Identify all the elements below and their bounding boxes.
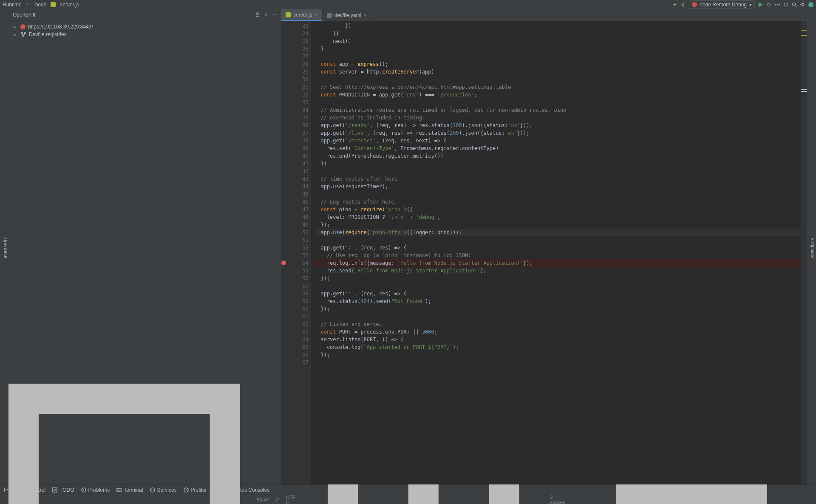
tab-devfile[interactable]: devfile.yaml × <box>323 9 371 21</box>
stripe-endpoints[interactable]: Endpoints <box>809 235 816 261</box>
status-encoding[interactable]: UTF-8 <box>286 495 297 504</box>
status-tool-icon[interactable] <box>3 379 245 504</box>
marker[interactable] <box>801 89 807 90</box>
stop-icon[interactable] <box>783 2 789 8</box>
menubar-runtime[interactable]: Runtime <box>3 2 22 8</box>
openshift-tree: ▸ https://192.168.39.229:8443/ ▸ Devfile… <box>9 20 281 41</box>
svg-point-6 <box>802 3 804 6</box>
tree-registries-row[interactable]: ▸ Devfile registries <box>14 31 277 38</box>
svg-rect-19 <box>632 500 752 504</box>
editor-body: 2324252627282930313233343536373839404142… <box>281 21 807 484</box>
js-file-icon <box>286 12 291 17</box>
svg-point-1 <box>775 4 776 5</box>
close-icon[interactable]: × <box>364 12 367 18</box>
editor-error-stripe[interactable] <box>801 21 807 484</box>
top-menubar: Runtime 〉 node server.js node Remote Deb… <box>0 0 816 9</box>
cluster-icon <box>20 24 26 29</box>
gear-icon[interactable] <box>800 2 806 8</box>
toolwin-settings-icon[interactable] <box>263 12 269 18</box>
tab-server-js[interactable]: server.js × <box>281 9 323 21</box>
warning-marker[interactable] <box>801 30 807 31</box>
menubar-file[interactable]: server.js <box>60 2 79 8</box>
line-number-gutter[interactable]: 2324252627282930313233343536373839404142… <box>289 21 311 484</box>
tree-cluster-row[interactable]: ▸ https://192.168.39.229:8443/ <box>14 23 277 31</box>
menubar-project[interactable]: node <box>35 2 47 8</box>
svg-point-8 <box>265 14 267 16</box>
add-config-icon[interactable] <box>672 2 678 8</box>
svg-point-0 <box>768 3 771 6</box>
build-icon[interactable] <box>680 2 686 8</box>
toolwin-header: OpenShift <box>9 9 281 20</box>
debug-icon[interactable] <box>766 2 772 8</box>
chevron-right-icon: ▸ <box>14 24 18 30</box>
svg-rect-4 <box>785 3 788 6</box>
avatar[interactable] <box>808 2 813 7</box>
tab-label: server.js <box>293 12 312 18</box>
menubar-right-cluster: node Remote Debug ▾ <box>672 0 813 9</box>
editor-area: server.js × devfile.yaml × 2324252627282… <box>281 9 807 484</box>
more-run-icon[interactable] <box>774 2 780 8</box>
status-caret[interactable]: 50:47 <box>257 497 269 502</box>
toolwin-title: OpenShift <box>13 12 252 18</box>
search-icon[interactable] <box>791 2 797 8</box>
registries-label: Devfile registries <box>29 31 67 37</box>
run-config-selector[interactable]: node Remote Debug ▾ <box>689 0 755 9</box>
svg-point-9 <box>21 32 23 34</box>
run-icon[interactable] <box>757 2 763 8</box>
toolwin-user-icon[interactable] <box>255 12 261 18</box>
status-indent[interactable]: 2 spaces <box>550 495 565 504</box>
chevron-right-icon: ▸ <box>14 31 18 37</box>
editor-tabs: server.js × devfile.yaml × <box>281 9 807 21</box>
breakpoint-gutter[interactable] <box>281 21 289 484</box>
marker[interactable] <box>801 91 807 92</box>
svg-point-2 <box>777 4 778 5</box>
debug-config-icon <box>692 2 697 7</box>
stripe-openshift[interactable]: OpenShift <box>2 235 9 261</box>
svg-point-3 <box>779 4 780 5</box>
status-bar: 50:47 LF UTF-8 2 spaces <box>0 495 816 504</box>
warning-marker[interactable] <box>801 35 807 36</box>
js-file-icon <box>51 2 56 7</box>
chevron-down-icon: ▾ <box>749 2 752 8</box>
svg-point-5 <box>793 3 796 6</box>
cluster-url: https://192.168.39.229:8443/ <box>28 24 93 30</box>
status-linesep[interactable]: LF <box>275 497 280 502</box>
svg-rect-18 <box>23 399 225 504</box>
svg-point-10 <box>24 32 26 34</box>
toolwin-minimize-icon[interactable] <box>272 12 278 18</box>
svg-point-7 <box>256 12 258 14</box>
yaml-file-icon <box>327 13 332 18</box>
breadcrumb-sep: 〉 <box>26 1 31 8</box>
close-icon[interactable]: × <box>315 12 318 18</box>
svg-point-11 <box>23 35 24 37</box>
run-config-label: node Remote Debug <box>700 2 747 8</box>
code-editor[interactable]: }) }) next() } const app = express(); co… <box>311 21 801 484</box>
tab-label: devfile.yaml <box>334 12 361 18</box>
registries-icon <box>20 31 26 37</box>
